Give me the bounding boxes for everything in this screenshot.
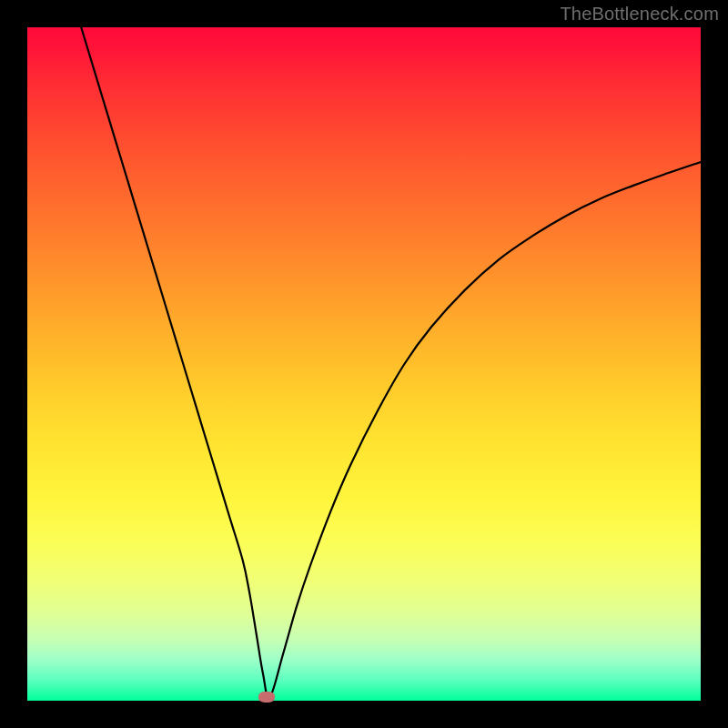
optimum-marker bbox=[258, 692, 275, 703]
bottleneck-curve bbox=[27, 27, 701, 701]
chart-frame: TheBottleneck.com bbox=[0, 0, 728, 728]
plot-area bbox=[27, 27, 701, 701]
watermark-text: TheBottleneck.com bbox=[560, 4, 719, 25]
